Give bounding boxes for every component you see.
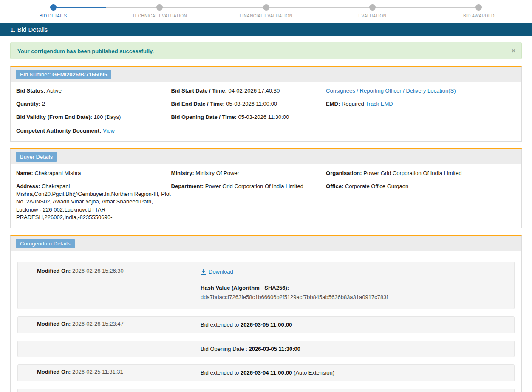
step-connector [160, 7, 213, 8]
bid-number-value: GEM/2026/B/7166095 [52, 71, 107, 78]
download-icon [201, 269, 207, 275]
buyer-address-row: Address: Chakrapani Mishra,Con20.Pgcil.B… [16, 183, 171, 221]
step-dot-active-icon [50, 4, 57, 11]
view-document-link[interactable]: View [103, 127, 115, 134]
modified-on-cell [37, 345, 201, 353]
step-financial-evaluation: FINANCIAL EVALUATION [213, 4, 319, 21]
track-emd-link[interactable]: Track EMD [365, 101, 393, 107]
corrigendum-content-cell: Bid extended to 2026-03-05 11:00:00 [201, 321, 508, 329]
step-bid-awarded: BID AWARDED [426, 4, 532, 21]
buyer-ministry-row: Ministry: Ministry Of Power [171, 169, 326, 177]
corrigendum-row: Bid Opening Date : 2026-03-04 11:30:00 (… [17, 389, 515, 392]
progress-stepper: BID DETAILS TECHNICAL EVALUATION FINANCI… [0, 0, 532, 21]
download-link[interactable]: Download [201, 268, 233, 276]
step-dot-icon [475, 4, 482, 11]
corrigendum-row: Modified On: 2026-02-26 15:26:30 Downloa… [17, 262, 515, 309]
bid-col-right: Consignees / Reporting Officer / Deliver… [326, 87, 516, 135]
step-dot-icon [369, 4, 376, 11]
emd-row: EMD: Required Track EMD [326, 100, 516, 108]
page-title: 1. Bid Details [10, 26, 48, 33]
step-connector [426, 7, 479, 8]
corrigendum-row: Modified On: 2026-02-25 11:31:31 Bid ext… [17, 364, 515, 381]
modified-on-cell: Modified On: 2026-02-25 11:31:31 [37, 369, 201, 377]
corrigendum-row: Bid Opening Date : 2026-03-05 11:30:00 [17, 341, 515, 358]
consignees-link[interactable]: Consignees / Reporting Officer / Deliver… [326, 87, 456, 94]
buyer-office-row: Office: Corporate Office Gurgaon [326, 183, 516, 190]
bid-end-row: Bid End Date / Time: 05-03-2026 11:00:00 [171, 100, 326, 108]
section-header-bar: 1. Bid Details [0, 23, 532, 36]
step-label: BID DETAILS [0, 14, 106, 18]
step-connector [319, 7, 372, 8]
modified-on-cell: Modified On: 2026-02-26 15:23:47 [37, 321, 201, 329]
bid-details-card: Bid Number: GEM/2026/B/7166095 Bid Statu… [10, 66, 522, 142]
buyer-department-row: Department: Power Grid Corporation Of In… [171, 183, 326, 190]
step-connector [213, 7, 266, 8]
bid-validity-row: Bid Validity (From End Date): 180 (Days) [16, 113, 171, 121]
step-label: FINANCIAL EVALUATION [213, 14, 319, 18]
corrigendum-header: Corrigendum Details [11, 236, 521, 251]
corrigendum-content-cell: Bid Opening Date : 2026-03-05 11:30:00 [201, 345, 508, 353]
corrigendum-content-cell: Download Hash Value (Algorithm - SHA256)… [201, 268, 508, 301]
step-label: TECHNICAL EVALUATION [106, 14, 212, 18]
step-connector [106, 7, 159, 8]
step-connector [53, 7, 106, 8]
corrigendum-details-card: Corrigendum Details Modified On: 2026-02… [10, 235, 522, 392]
buyer-col-right: Organisation: Power Grid Corporation Of … [326, 169, 516, 221]
bid-col-middle: Bid Start Date / Time: 04-02-2026 17:40:… [171, 87, 326, 135]
alert-message: Your corrigendum has been published succ… [17, 48, 154, 54]
hash-value: dda7bdaccf7263fe58c1b66606b2f5129acf7bb8… [201, 293, 508, 302]
buyer-details-card: Buyer Details Name: Chakrapani Mishra Ad… [10, 148, 522, 228]
competent-authority-row: Competent Authority Document: View [16, 127, 171, 135]
step-bid-details: BID DETAILS [0, 4, 106, 21]
step-evaluation: EVALUATION [319, 4, 425, 21]
buyer-organisation-row: Organisation: Power Grid Corporation Of … [326, 169, 516, 177]
bid-number-header: Bid Number: GEM/2026/B/7166095 [11, 67, 521, 82]
step-dot-icon [156, 4, 163, 11]
corrigendum-chip: Corrigendum Details [16, 239, 75, 248]
bid-number-chip: Bid Number: GEM/2026/B/7166095 [16, 70, 111, 79]
success-alert: Your corrigendum has been published succ… [10, 42, 522, 59]
step-dot-icon [263, 4, 269, 11]
step-label: EVALUATION [319, 14, 425, 18]
buyer-details-header: Buyer Details [11, 149, 521, 164]
bid-status-row: Bid Status: Active [16, 87, 171, 95]
bid-number-label: Bid Number: [20, 71, 51, 78]
bid-col-left: Bid Status: Active Quantity: 2 Bid Valid… [16, 87, 171, 135]
step-label: BID AWARDED [426, 14, 532, 18]
bid-start-row: Bid Start Date / Time: 04-02-2026 17:40:… [171, 87, 326, 95]
step-connector [266, 7, 319, 8]
step-connector [372, 7, 425, 8]
step-technical-evaluation: TECHNICAL EVALUATION [106, 4, 212, 21]
corrigendum-content-cell: Bid extended to 2026-03-04 11:00:00 (Aut… [201, 369, 508, 377]
buyer-col-left: Name: Chakrapani Mishra Address: Chakrap… [16, 169, 171, 221]
bid-opening-row: Bid Opening Date / Time: 05-03-2026 11:3… [171, 113, 326, 121]
corrigendum-row: Modified On: 2026-02-26 15:23:47 Bid ext… [17, 316, 515, 333]
buyer-details-chip: Buyer Details [16, 152, 57, 162]
modified-on-cell: Modified On: 2026-02-26 15:26:30 [37, 268, 201, 301]
bid-quantity-row: Quantity: 2 [16, 100, 171, 108]
buyer-name-row: Name: Chakrapani Mishra [16, 169, 171, 177]
close-icon[interactable]: × [512, 48, 515, 54]
hash-label: Hash Value (Algorithm - SHA256): [201, 284, 508, 292]
buyer-col-middle: Ministry: Ministry Of Power Department: … [171, 169, 326, 221]
